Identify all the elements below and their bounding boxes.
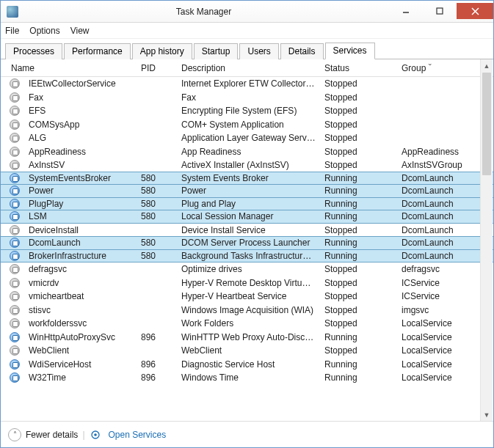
cell-status: Running bbox=[320, 238, 397, 248]
table-row[interactable]: SystemEventsBroker580System Events Broke… bbox=[1, 172, 493, 186]
cell-pid: 580 bbox=[137, 173, 177, 183]
cell-status: Stopped bbox=[320, 160, 397, 170]
cell-description: App Readiness bbox=[177, 147, 320, 157]
tab-app-history[interactable]: App history bbox=[132, 43, 192, 59]
table-row[interactable]: DcomLaunch580DCOM Server Process Launche… bbox=[1, 236, 493, 250]
table-row[interactable]: AppReadinessApp ReadinessStoppedAppReadi… bbox=[1, 145, 493, 159]
table-row[interactable]: DeviceInstallDevice Install ServiceStopp… bbox=[1, 224, 493, 238]
cell-status: Stopped bbox=[320, 264, 397, 274]
table-row[interactable]: vmicrdvHyper-V Remote Desktop Virtual...… bbox=[1, 276, 493, 290]
cell-group: LocalService bbox=[397, 372, 471, 383]
cell-status: Running bbox=[320, 211, 397, 221]
cell-name: DeviceInstall bbox=[24, 225, 137, 235]
cell-name: DcomLaunch bbox=[24, 238, 137, 248]
cell-description: Device Install Service bbox=[177, 225, 320, 235]
cell-name: workfolderssvc bbox=[24, 318, 137, 328]
tab-performance[interactable]: Performance bbox=[64, 43, 131, 59]
table-row[interactable]: LSM580Local Session ManagerRunningDcomLa… bbox=[1, 210, 493, 224]
cell-description: Internet Explorer ETW Collector S... bbox=[177, 78, 320, 89]
menu-options[interactable]: Options bbox=[29, 26, 59, 36]
cell-description: System Events Broker bbox=[177, 173, 320, 183]
table-row[interactable]: WinHttpAutoProxySvc896WinHTTP Web Proxy … bbox=[1, 331, 493, 345]
service-icon bbox=[10, 345, 20, 356]
tab-processes[interactable]: Processes bbox=[5, 43, 62, 59]
close-button[interactable] bbox=[457, 3, 493, 19]
table-row[interactable]: IEEtwCollectorServiceInternet Explorer E… bbox=[1, 77, 493, 91]
cell-group: DcomLaunch bbox=[397, 225, 471, 235]
tab-services[interactable]: Services bbox=[325, 43, 375, 59]
table-row[interactable]: vmicheartbeatHyper-V Heartbeat ServiceSt… bbox=[1, 290, 493, 304]
cell-name: COMSysApp bbox=[24, 120, 137, 130]
cell-status: Running bbox=[320, 251, 397, 261]
cell-group: AppReadiness bbox=[397, 147, 471, 157]
cell-status: Stopped bbox=[320, 133, 397, 143]
cell-group: DcomLaunch bbox=[397, 211, 471, 221]
cell-name: LSM bbox=[24, 211, 137, 221]
cell-description: Hyper-V Remote Desktop Virtual... bbox=[177, 278, 320, 288]
service-icon bbox=[10, 133, 20, 143]
menu-view[interactable]: View bbox=[70, 26, 90, 36]
table-row[interactable]: BrokerInfrastructure580Background Tasks … bbox=[1, 249, 493, 263]
table-row[interactable]: WebClientWebClientStoppedLocalService bbox=[1, 344, 493, 358]
cell-group: ICService bbox=[397, 278, 471, 288]
menubar: File Options View bbox=[1, 23, 493, 39]
table-row[interactable]: workfolderssvcWork FoldersStoppedLocalSe… bbox=[1, 317, 493, 331]
service-icon bbox=[10, 278, 20, 288]
cell-status: Stopped bbox=[320, 106, 397, 116]
table-row[interactable]: COMSysAppCOM+ System ApplicationStopped bbox=[1, 118, 493, 132]
cell-description: Fax bbox=[177, 92, 320, 103]
maximize-button[interactable] bbox=[423, 3, 457, 19]
col-name[interactable]: Name bbox=[1, 63, 137, 73]
table-row[interactable]: Power580PowerRunningDcomLaunch bbox=[1, 184, 493, 198]
table-row[interactable]: AxInstSVActiveX Installer (AxInstSV)Stop… bbox=[1, 158, 493, 172]
service-icon bbox=[10, 332, 20, 342]
table-row[interactable]: defragsvcOptimize drivesStoppeddefragsvc bbox=[1, 262, 493, 276]
minimize-button[interactable] bbox=[389, 3, 423, 19]
service-icon bbox=[10, 186, 20, 196]
gear-icon bbox=[90, 429, 101, 441]
scrollbar[interactable]: ▲ ▼ bbox=[480, 59, 493, 421]
cell-name: PlugPlay bbox=[24, 199, 137, 209]
col-description[interactable]: Description bbox=[177, 63, 320, 73]
scroll-down-icon[interactable]: ▼ bbox=[481, 408, 493, 421]
table-row[interactable]: ALGApplication Layer Gateway ServiceStop… bbox=[1, 131, 493, 145]
col-status[interactable]: Status bbox=[320, 63, 397, 73]
service-icon bbox=[10, 251, 20, 261]
col-pid[interactable]: PID bbox=[137, 63, 177, 73]
cell-name: EFS bbox=[24, 106, 137, 116]
table-row[interactable]: stisvcWindows Image Acquisition (WIA)Sto… bbox=[1, 304, 493, 317]
table-row[interactable]: WdiServiceHost896Diagnostic Service Host… bbox=[1, 358, 493, 372]
window-title: Task Manager bbox=[18, 7, 389, 17]
tab-users[interactable]: Users bbox=[239, 43, 278, 59]
cell-status: Running bbox=[320, 186, 397, 196]
cell-description: ActiveX Installer (AxInstSV) bbox=[177, 160, 320, 170]
cell-status: Stopped bbox=[320, 305, 397, 315]
service-icon bbox=[10, 318, 20, 328]
service-icon bbox=[10, 120, 20, 130]
cell-name: WebClient bbox=[24, 345, 137, 356]
col-group[interactable]: Group bbox=[397, 63, 471, 73]
table-row[interactable]: EFSEncrypting File System (EFS)Stopped bbox=[1, 104, 493, 118]
cell-status: Stopped bbox=[320, 92, 397, 103]
open-services-link[interactable]: Open Services bbox=[109, 430, 167, 440]
cell-pid: 580 bbox=[137, 186, 177, 196]
cell-status: Running bbox=[320, 372, 397, 383]
scroll-up-icon[interactable]: ▲ bbox=[481, 59, 493, 72]
cell-pid: 580 bbox=[137, 199, 177, 209]
scroll-thumb[interactable] bbox=[482, 73, 491, 175]
table-row[interactable]: W32Time896Windows TimeRunningLocalServic… bbox=[1, 371, 493, 385]
cell-status: Stopped bbox=[320, 225, 397, 235]
table-row[interactable]: PlugPlay580Plug and PlayRunningDcomLaunc… bbox=[1, 197, 493, 211]
cell-status: Stopped bbox=[320, 291, 397, 301]
cell-name: ALG bbox=[24, 133, 137, 143]
footer: ˄ Fewer details | Open Services bbox=[1, 421, 493, 447]
tab-startup[interactable]: Startup bbox=[194, 43, 239, 59]
table-row[interactable]: FaxFaxStopped bbox=[1, 91, 493, 105]
titlebar[interactable]: Task Manager bbox=[1, 1, 493, 23]
cell-status: Running bbox=[320, 173, 397, 183]
menu-file[interactable]: File bbox=[5, 26, 19, 36]
fewer-details-link[interactable]: Fewer details bbox=[26, 430, 78, 440]
cell-name: Fax bbox=[24, 92, 137, 103]
chevron-up-icon[interactable]: ˄ bbox=[8, 428, 21, 441]
tab-details[interactable]: Details bbox=[280, 43, 324, 59]
